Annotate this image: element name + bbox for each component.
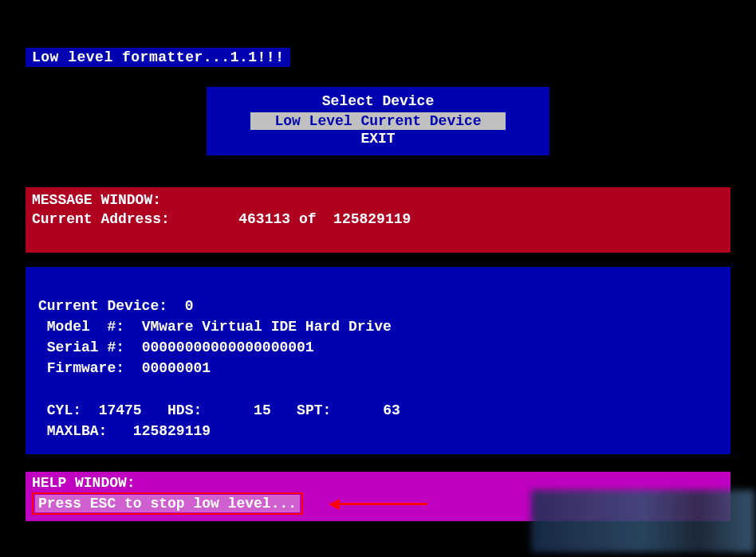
annotation-arrow [329, 499, 427, 510]
app-title: Low level formatter...1.1!!! [26, 48, 290, 67]
device-menu: Select Device Low Level Current Device E… [207, 87, 549, 155]
message-window-label: MESSAGE WINDOW: [32, 192, 724, 208]
arrow-left-icon [329, 499, 340, 510]
model-line: Model #: VMware Virtual IDE Hard Drive [47, 319, 392, 335]
maxlba-line: MAXLBA: 125829119 [47, 423, 211, 439]
menu-heading: Select Device [207, 93, 549, 109]
message-window: MESSAGE WINDOW: Current Address: 463113 … [26, 187, 730, 253]
menu-item-exit[interactable]: EXIT [207, 130, 549, 147]
arrow-shaft [340, 503, 427, 505]
firmware-line: Firmware: 00000001 [47, 360, 211, 376]
current-device-line: Current Device: 0 [38, 298, 193, 314]
geometry-line: CYL: 17475 HDS: 15 SPT: 63 [47, 402, 400, 418]
current-address-line: Current Address: 463113 of 125829119 [32, 211, 724, 227]
obscured-watermark [531, 490, 754, 552]
help-message: Press ESC to stop low level... [35, 495, 300, 512]
help-message-highlight: Press ESC to stop low level... [32, 492, 303, 515]
device-info-window: Current Device: 0 Model #: VMware Virtua… [26, 267, 730, 454]
help-window-label: HELP WINDOW: [32, 475, 724, 491]
menu-item-low-level[interactable]: Low Level Current Device [250, 112, 506, 130]
serial-line: Serial #: 00000000000000000001 [47, 339, 314, 355]
